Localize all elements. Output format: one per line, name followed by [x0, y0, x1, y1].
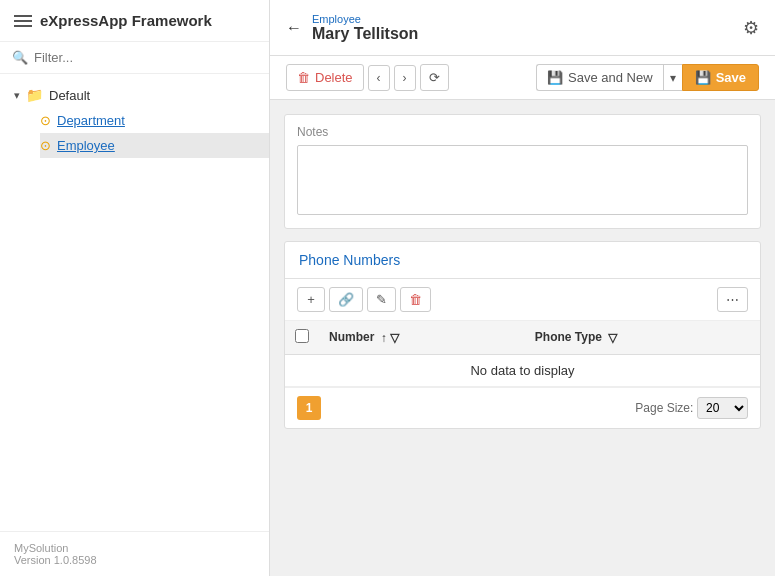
th-number-label: Number [329, 330, 374, 344]
add-icon: + [307, 292, 315, 307]
record-icon-employee: ⊙ [40, 138, 51, 153]
phonetype-filter-icon[interactable]: ▽ [608, 331, 617, 345]
sidebar-item-department[interactable]: ⊙ Department [40, 108, 269, 133]
prev-button[interactable]: ‹ [368, 65, 390, 91]
tree-root-default[interactable]: ▾ 📁 Default [0, 82, 269, 108]
sort-asc-icon[interactable]: ↑ [381, 331, 387, 345]
phone-numbers-title: Phone Numbers [299, 252, 400, 268]
trash-icon: 🗑 [409, 292, 422, 307]
delete-icon: 🗑 [297, 70, 310, 85]
footer-line2: Version 1.0.8598 [14, 554, 255, 566]
tree-root-label: Default [49, 88, 90, 103]
notes-section: Notes [284, 114, 761, 229]
notes-textarea[interactable] [297, 145, 748, 215]
next-button[interactable]: › [394, 65, 416, 91]
refresh-button[interactable]: ⟳ [420, 64, 449, 91]
save-dropdown-button[interactable]: ▾ [663, 64, 682, 91]
topbar-left: ← Employee Mary Tellitson [286, 13, 418, 43]
hamburger-icon[interactable] [14, 15, 32, 27]
save-button[interactable]: 💾 Save [682, 64, 759, 91]
delete-label: Delete [315, 70, 353, 85]
main-area: ← Employee Mary Tellitson ⚙ 🗑 Delete ‹ ›… [270, 0, 775, 576]
phonetype-filter: ▽ [608, 331, 617, 345]
folder-icon: 📁 [26, 87, 43, 103]
th-phone-type-label: Phone Type [535, 330, 602, 344]
phone-toolbar: + 🔗 ✎ 🗑 ⋯ [285, 279, 760, 321]
content-area: Notes Phone Numbers + 🔗 ✎ 🗑 [270, 100, 775, 576]
filter-search-icon: 🔍 [12, 50, 28, 65]
app-title: eXpressApp Framework [40, 12, 212, 29]
phone-numbers-section: Phone Numbers + 🔗 ✎ 🗑 ⋯ [284, 241, 761, 429]
select-all-checkbox[interactable] [295, 329, 309, 343]
breadcrumb-title: Employee Mary Tellitson [312, 13, 418, 43]
breadcrumb: Employee [312, 13, 418, 25]
tree-section: ▾ 📁 Default ⊙ Department ⊙ Employee [0, 74, 269, 531]
filter-icon[interactable]: ▽ [390, 331, 399, 345]
table-row-nodata: No data to display [285, 355, 760, 387]
notes-label: Notes [297, 125, 748, 139]
record-icon-department: ⊙ [40, 113, 51, 128]
th-phone-type: Phone Type ▽ [525, 321, 760, 355]
edit-icon: ✎ [376, 292, 387, 307]
phone-add-button[interactable]: + [297, 287, 325, 312]
refresh-icon: ⟳ [429, 70, 440, 85]
tree-children: ⊙ Department ⊙ Employee [0, 108, 269, 158]
save-label: Save [716, 70, 746, 85]
save-new-icon: 💾 [547, 70, 563, 85]
phone-more-button[interactable]: ⋯ [717, 287, 748, 312]
topbar: ← Employee Mary Tellitson ⚙ [270, 0, 775, 56]
filter-box: 🔍 [0, 42, 269, 74]
toolbar: 🗑 Delete ‹ › ⟳ 💾 Save and New ▾ 💾 Save [270, 56, 775, 100]
footer-line1: MySolution [14, 542, 255, 554]
more-icon: ⋯ [726, 292, 739, 307]
save-group: 💾 Save and New ▾ 💾 Save [536, 64, 759, 91]
dropdown-icon: ▾ [670, 71, 676, 85]
pagination: 1 Page Size: 20 50 100 [285, 387, 760, 428]
phone-edit-button[interactable]: ✎ [367, 287, 396, 312]
record-name: Mary Tellitson [312, 25, 418, 43]
th-checkbox [285, 321, 319, 355]
sidebar-item-label-department: Department [57, 113, 125, 128]
phone-delete-button[interactable]: 🗑 [400, 287, 431, 312]
save-and-new-button[interactable]: 💾 Save and New [536, 64, 663, 91]
gear-icon[interactable]: ⚙ [743, 17, 759, 39]
next-icon: › [403, 71, 407, 85]
save-icon: 💾 [695, 70, 711, 85]
sidebar-header: eXpressApp Framework [0, 0, 269, 42]
th-number: Number ↑ ▽ [319, 321, 525, 355]
phone-table: Number ↑ ▽ Phone Type ▽ [285, 321, 760, 387]
sidebar: eXpressApp Framework 🔍 ▾ 📁 Default ⊙ Dep… [0, 0, 270, 576]
phone-link-button[interactable]: 🔗 [329, 287, 363, 312]
chevron-down-icon: ▾ [14, 89, 20, 102]
save-new-label: Save and New [568, 70, 653, 85]
number-sort-filter: ↑ ▽ [381, 331, 399, 345]
sidebar-footer: MySolution Version 1.0.8598 [0, 531, 269, 576]
no-data-text: No data to display [285, 355, 760, 387]
back-icon[interactable]: ← [286, 19, 302, 37]
phone-header: Phone Numbers [285, 242, 760, 279]
page-size-label: Page Size: [635, 401, 693, 415]
table-header-row: Number ↑ ▽ Phone Type ▽ [285, 321, 760, 355]
delete-button[interactable]: 🗑 Delete [286, 64, 364, 91]
sidebar-item-employee[interactable]: ⊙ Employee [40, 133, 269, 158]
page-1-button[interactable]: 1 [297, 396, 321, 420]
filter-input[interactable] [34, 50, 257, 65]
link-icon: 🔗 [338, 292, 354, 307]
page-size-group: Page Size: 20 50 100 [635, 397, 748, 419]
sidebar-item-label-employee: Employee [57, 138, 115, 153]
prev-icon: ‹ [377, 71, 381, 85]
page-size-select[interactable]: 20 50 100 [697, 397, 748, 419]
